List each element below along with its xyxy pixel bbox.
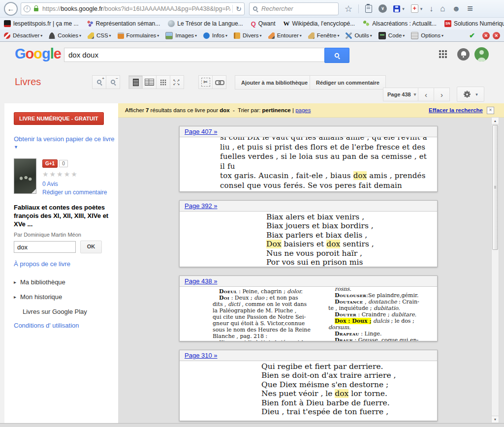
downloads-icon[interactable]: ↓ xyxy=(429,4,433,13)
google-apps-grid-icon[interactable] xyxy=(439,50,448,59)
sort-by-pages-link[interactable]: pages xyxy=(295,107,311,113)
devtoolbar-menu-images[interactable]: Images▾ xyxy=(165,32,197,39)
devtoolbar-menu-divers[interactable]: Divers▾ xyxy=(234,32,262,39)
save-page-icon[interactable] xyxy=(393,5,400,12)
google-search-input[interactable]: dox doux xyxy=(64,48,325,62)
search-in-book-ok-button[interactable]: OK xyxy=(80,241,102,253)
result-page-link[interactable]: Page 407 » xyxy=(185,128,218,135)
clear-search-link[interactable]: Effacer la recherche xyxy=(429,107,483,113)
page-selector-dropdown[interactable]: Page 438 ▾ xyxy=(383,88,420,101)
pocket-icon[interactable]: ∨ xyxy=(378,4,387,13)
zoom-out-button[interactable]: − xyxy=(106,75,120,89)
devtoolbar-menu-entourer[interactable]: Entourer▾ xyxy=(268,32,302,39)
save-dropdown-caret[interactable]: ▾ xyxy=(402,6,405,11)
sidebar-item-my-history[interactable]: ▸ Mon historique xyxy=(14,293,118,301)
scroll-down-arrow[interactable]: ▼ xyxy=(492,416,499,423)
result-snippet[interactable]: Doeul : Peine, chagrin ; dolor.Doi : Deu… xyxy=(180,287,437,341)
snippet-line: Doulouser:Se plaindre,gémir. xyxy=(328,292,436,299)
bookmark-item[interactable]: Le Trésor de la Langue... xyxy=(168,20,243,27)
about-this-book-link[interactable]: À propos de ce livre xyxy=(14,260,118,268)
result-snippet[interactable]: Qui regibe et fiert par derriere.Bien se… xyxy=(180,361,437,421)
bookmark-item[interactable]: QQwant xyxy=(251,20,276,28)
notifications-bell-icon[interactable] xyxy=(457,48,470,61)
previous-page-button[interactable]: ‹ xyxy=(418,88,434,101)
result-snippet[interactable]: Biax alers et biax venirs ,Biax jouers e… xyxy=(180,212,437,267)
devtoolbar-menu-code[interactable]: Code▾ xyxy=(378,32,405,39)
close-notice-button[interactable]: × xyxy=(487,107,494,114)
result-page-link[interactable]: Page 438 » xyxy=(185,277,218,285)
google-logo[interactable]: Google xyxy=(15,46,61,62)
devtoolbar-menu-css[interactable]: CSS▾ xyxy=(88,32,111,39)
fullscreen-button[interactable]: ↖↗↙↘ xyxy=(170,75,184,89)
terms-of-use-link[interactable]: Conditions d' utilisation xyxy=(14,322,118,329)
menu-icon[interactable]: ≡ xyxy=(467,3,472,14)
gplus-count: 0 xyxy=(59,160,68,167)
thumbnail-view-button[interactable] xyxy=(156,75,170,89)
clip-button[interactable]: ✂ xyxy=(198,75,213,89)
rating-stars[interactable]: ★★★★★ xyxy=(42,170,107,178)
reviews-link[interactable]: 0 Avis xyxy=(42,181,107,187)
fenetre-icon xyxy=(308,32,315,39)
medical-cross-addon-icon[interactable]: + xyxy=(411,4,418,13)
add-to-library-button[interactable]: Ajouter à ma bibliothèque xyxy=(235,75,314,90)
notice-text: Afficher 7 résultats dans ce livre pour … xyxy=(125,107,311,113)
sidebar-item-google-play[interactable]: Livres sur Google Play xyxy=(23,308,118,315)
bookmark-item[interactable]: lespetitspois.fr | ça me ... xyxy=(4,20,79,27)
gplus-button[interactable]: G+1 xyxy=(42,159,58,168)
devtoolbar-menu-label: Désactiver xyxy=(13,32,39,38)
url-bar[interactable]: https://books.google.fr/books?id=16IJAAA… xyxy=(21,2,245,15)
bookmark-item[interactable]: SNSolutions Numériques ... xyxy=(444,20,504,27)
sn-icon: SN xyxy=(444,20,451,27)
devtoolbar-menu-options[interactable]: Options▾ xyxy=(411,32,443,39)
account-avatar[interactable] xyxy=(474,47,489,61)
scroll-up-arrow[interactable]: ▲ xyxy=(492,118,499,124)
result-snippet[interactable]: si com Dix le vaut qui les amans aime , … xyxy=(180,137,437,191)
chevron-down-icon: ▾ xyxy=(403,33,405,38)
devtoolbar-menu-infos[interactable]: Infos▾ xyxy=(203,32,227,39)
free-ebook-button[interactable]: LIVRE NUMÉRIQUE - GRATUIT xyxy=(14,112,104,125)
divers-icon xyxy=(234,32,240,39)
next-page-button[interactable]: › xyxy=(434,88,450,101)
scrollbar-thumb[interactable] xyxy=(492,125,498,250)
result-page-link[interactable]: Page 310 » xyxy=(185,352,218,359)
devtoolbar-menu-formulaires[interactable]: Formulaires▾ xyxy=(118,32,159,39)
browser-search-field[interactable]: Rechercher xyxy=(249,2,339,15)
snippet-line: gneur qui étoit à S. Victor,connue xyxy=(213,320,327,327)
bookmark-item[interactable]: WWikipédia, l'encyclopé... xyxy=(284,20,355,28)
chevron-down-icon: ▾ xyxy=(109,33,111,38)
devtoolbar-menu-outils[interactable]: Outils▾ xyxy=(346,32,372,39)
validation-check-icon[interactable]: ✔ xyxy=(469,31,475,39)
devtoolbar-menu-fen-tre[interactable]: Fenêtre▾ xyxy=(308,32,340,39)
css-errors-icon[interactable]: × xyxy=(482,32,490,39)
product-name[interactable]: Livres xyxy=(15,76,41,88)
js-errors-icon[interactable]: × xyxy=(493,32,500,39)
two-page-view-button[interactable] xyxy=(142,75,157,89)
google-search-button[interactable] xyxy=(324,48,349,63)
back-button[interactable]: ← xyxy=(4,2,18,16)
bookmark-item[interactable]: Alsacréations : Actualit... xyxy=(363,20,437,27)
zoom-in-button[interactable]: + xyxy=(92,75,106,89)
bookmark-star-icon[interactable]: ☆ xyxy=(345,3,352,14)
link-button[interactable] xyxy=(212,75,226,89)
write-review-link[interactable]: Rédiger un commentaire xyxy=(42,189,107,196)
devtoolbar-menu-d-sactiver[interactable]: Désactiver▾ xyxy=(4,32,42,39)
forms-icon xyxy=(118,32,124,39)
result-page-link[interactable]: Page 392 » xyxy=(185,202,218,210)
home-icon[interactable]: ⌂ xyxy=(440,4,445,14)
reading-list-icon[interactable] xyxy=(365,5,372,13)
get-print-version-link[interactable]: Obtenir la version papier de ce livre ▼ xyxy=(14,135,118,150)
settings-button[interactable]: ▾ xyxy=(457,87,484,102)
gear-icon xyxy=(463,91,471,98)
sidebar-item-my-library[interactable]: ▸ Ma bibliothèque xyxy=(14,278,118,286)
bookmark-item[interactable]: Représentation séman... xyxy=(87,20,160,27)
single-page-view-button[interactable] xyxy=(128,75,143,89)
book-cover-thumbnail[interactable] xyxy=(14,158,36,194)
devtoolbar-menu-cookies[interactable]: Cookies▾ xyxy=(49,32,81,39)
write-review-button[interactable]: Rédiger un commentaire xyxy=(310,75,386,90)
addon-dropdown-caret[interactable]: ▾ xyxy=(420,6,423,11)
feedback-smiley-icon[interactable]: ☻ xyxy=(452,4,460,13)
vertical-scrollbar[interactable]: ▲ ▼ xyxy=(491,117,499,423)
search-in-book-input[interactable] xyxy=(14,241,76,253)
reload-button[interactable]: ↻ xyxy=(232,5,242,13)
page-info-icon[interactable] xyxy=(24,5,31,12)
